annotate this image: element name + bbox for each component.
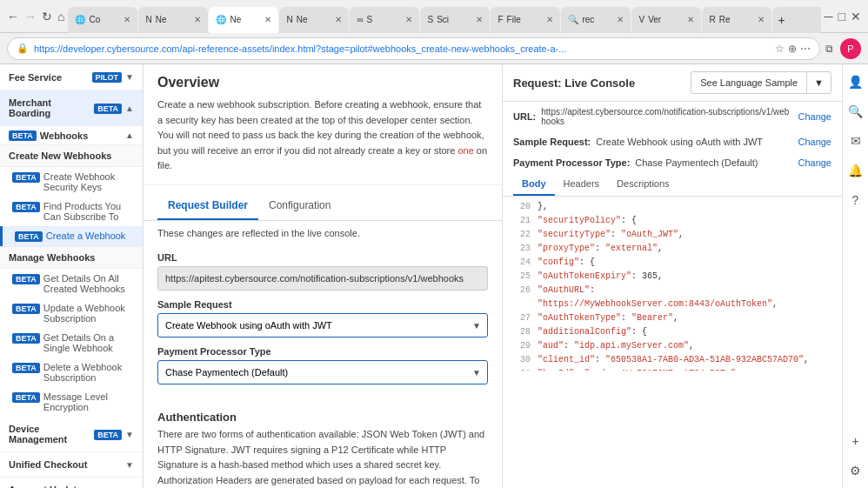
- close-browser-icon[interactable]: ✕: [851, 10, 861, 23]
- fee-service-label: Fee Service: [9, 72, 62, 83]
- sidebar-item-security-keys[interactable]: BETA Create Webhook Security Keys: [0, 167, 143, 197]
- sidebar-item-get-details-all[interactable]: BETA Get Details On All Created Webhooks: [0, 269, 143, 298]
- find-products-label: Find Products You Can Subscribe To: [43, 201, 134, 222]
- overview-text-1: Create a new webhook subscription. Befor…: [157, 99, 481, 125]
- line-num-23: 23: [513, 242, 531, 256]
- line-num-28: 28: [513, 325, 531, 339]
- tab-request-builder[interactable]: Request Builder: [157, 192, 258, 220]
- line-content-23: "proxyType": "external",: [537, 242, 663, 256]
- sidebar-help-icon[interactable]: ?: [849, 190, 863, 211]
- url-input[interactable]: [157, 266, 488, 291]
- browser-menu-icons[interactable]: ─ □ ✕: [825, 10, 861, 23]
- reload-icon[interactable]: ↻: [42, 10, 52, 23]
- address-bar[interactable]: 🔒 https://developer.cybersource.com/api-…: [7, 37, 820, 60]
- back-icon[interactable]: ←: [7, 10, 19, 23]
- home-icon[interactable]: ⌂: [57, 10, 64, 23]
- sidebar-user-icon[interactable]: 👤: [845, 71, 866, 92]
- tab-ver1[interactable]: VVer✕: [631, 7, 701, 33]
- tab-body[interactable]: Body: [513, 173, 555, 196]
- tab-re[interactable]: RRe✕: [702, 7, 771, 33]
- sidebar-item-update-webhook[interactable]: BETA Update a Webhook Subscription: [0, 298, 143, 328]
- sidebar-search-icon[interactable]: 🔍: [845, 101, 866, 122]
- processor-change-link[interactable]: Change: [798, 157, 831, 168]
- webhooks-chevron: ▲: [125, 130, 134, 140]
- code-line-29: 29 "aud": "idp.api.myServer.com",: [513, 339, 831, 353]
- message-level-badge: BETA: [12, 392, 40, 403]
- overview-text-2: You will not need to pass us back the ke…: [157, 130, 487, 170]
- sample-request-select[interactable]: Create Webhook using oAuth with JWT Crea…: [157, 313, 488, 338]
- url-change-link[interactable]: Change: [798, 111, 831, 122]
- right-sample-value: Create Webhook using oAuth with JWT: [596, 137, 792, 147]
- sidebar-settings-icon[interactable]: ⚙: [846, 460, 865, 481]
- sidebar-item-get-details-single[interactable]: BETA Get Details On a Single Webhook: [0, 328, 143, 358]
- forward-icon[interactable]: →: [24, 10, 37, 23]
- security-keys-badge: BETA: [12, 172, 40, 183]
- tab-rec1[interactable]: 🔍rec✕: [561, 7, 631, 33]
- tab-new[interactable]: +: [772, 7, 820, 33]
- main-content: Overview Create a new webhook subscripti…: [144, 64, 868, 488]
- extensions-btn[interactable]: ⧉: [825, 43, 833, 55]
- minimize-icon[interactable]: ─: [825, 10, 833, 23]
- unified-checkout-section[interactable]: Unified Checkout ▼: [0, 452, 143, 478]
- tab-co[interactable]: 🌐Co✕: [68, 7, 137, 33]
- account-updater-chevron: ▼: [125, 485, 134, 489]
- sidebar-item-find-products[interactable]: BETA Find Products You Can Subscribe To: [0, 197, 143, 226]
- sidebar-item-delete-webhook[interactable]: BETA Delete a Webhook Subscription: [0, 358, 143, 387]
- code-block[interactable]: 20 }, 21 "securityPolicy": { 22 "securit…: [503, 197, 842, 371]
- tab-configuration[interactable]: Configuration: [258, 192, 341, 220]
- tab-descriptions[interactable]: Descriptions: [608, 173, 678, 196]
- sidebar-bell-icon[interactable]: 🔔: [845, 160, 866, 181]
- extension-icon[interactable]: ⊕: [788, 43, 797, 55]
- create-webhook-badge: BETA: [15, 231, 43, 242]
- overview-title: Overview: [144, 64, 502, 97]
- sidebar-add-icon[interactable]: +: [848, 431, 862, 451]
- changes-note: These changes are reflected in the live …: [144, 221, 502, 242]
- url-text[interactable]: https://developer.cybersource.com/api-re…: [34, 43, 770, 54]
- tab-ne-active[interactable]: 🌐Ne✕: [209, 7, 278, 33]
- payment-processor-select[interactable]: Chase Paymentech (Default) Other: [157, 360, 488, 384]
- line-content-29: "aud": "idp.api.myServer.com",: [537, 339, 694, 353]
- see-language-sample-button[interactable]: See Language Sample ▼: [691, 71, 831, 94]
- code-line-21: 21 "securityPolicy": {: [513, 214, 831, 228]
- tab-file[interactable]: FFile✕: [491, 7, 560, 33]
- line-num-30: 30: [513, 353, 531, 367]
- line-content-24: "config": {: [537, 256, 595, 270]
- manage-webhooks-header: Manage Webhooks: [0, 246, 143, 269]
- bookmark-icon[interactable]: ☆: [775, 43, 785, 55]
- tab-headers[interactable]: Headers: [555, 173, 609, 196]
- window-controls[interactable]: ← → ↻ ⌂: [7, 10, 64, 23]
- right-url-label: URL:: [513, 111, 536, 122]
- fee-service-section[interactable]: Fee Service PILOT ▼: [0, 64, 143, 90]
- device-management-section[interactable]: Device Management BETA ▼: [0, 417, 143, 452]
- sidebar-mail-icon[interactable]: ✉: [847, 130, 865, 151]
- merchant-boarding-section[interactable]: Merchant Boarding BETA ▲: [0, 90, 143, 126]
- tab-ne2[interactable]: NNe✕: [279, 7, 349, 33]
- webhooks-section-header[interactable]: BETA Webhooks ▲: [0, 126, 143, 144]
- get-details-single-label: Get Details On a Single Webhook: [43, 332, 134, 353]
- webhooks-badge: BETA: [9, 130, 37, 141]
- sample-change-link[interactable]: Change: [798, 137, 831, 147]
- tab-ne1[interactable]: NNe✕: [138, 7, 208, 33]
- auth-text-1: There are two forms of authentication av…: [157, 429, 484, 488]
- line-num-29: 29: [513, 339, 531, 353]
- merchant-boarding-label: Merchant Boarding: [9, 97, 94, 118]
- get-details-all-label: Get Details On All Created Webhooks: [43, 273, 134, 294]
- menu-icon[interactable]: ⋯: [800, 43, 811, 55]
- right-panel-sample-row: Sample Request: Create Webhook using oAu…: [503, 131, 842, 152]
- sidebar-item-create-webhook[interactable]: BETA Create a Webhook: [0, 226, 143, 246]
- account-updater-section[interactable]: Account Updater ▼: [0, 478, 143, 488]
- sidebar-item-message-level[interactable]: BETA Message Level Encryption: [0, 387, 143, 417]
- message-level-label: Message Level Encryption: [43, 391, 134, 412]
- right-panel-processor-row: Payment Processor Type: Chase Paymentech…: [503, 152, 842, 173]
- right-processor-label: Payment Processor Type:: [513, 157, 630, 168]
- address-bar-icons: ☆ ⊕ ⋯: [775, 43, 811, 55]
- tab-sci[interactable]: SSci✕: [420, 7, 490, 33]
- profile-avatar[interactable]: P: [840, 38, 861, 59]
- line-content-28: "additionalConfig": {: [537, 325, 647, 339]
- maximize-icon[interactable]: □: [838, 10, 845, 23]
- code-line-22: 22 "securityType": "oAuth_JWT",: [513, 228, 831, 242]
- tab-inf[interactable]: ∞S✕: [350, 7, 419, 33]
- merchant-boarding-chevron: ▲: [125, 104, 134, 113]
- account-updater-label: Account Updater: [9, 485, 86, 488]
- line-content-25: "oAuthTokenExpiry": 365,: [537, 270, 663, 284]
